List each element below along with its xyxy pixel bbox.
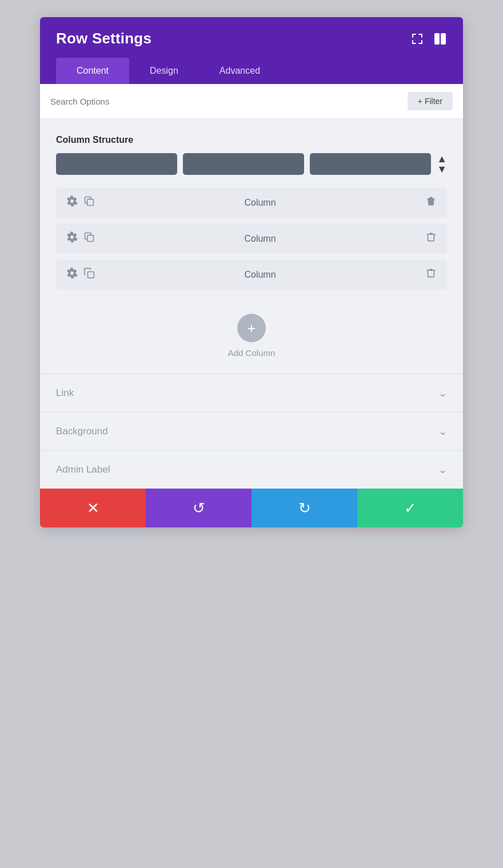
column-row-3-icons	[66, 267, 95, 282]
delete-icon-2[interactable]	[425, 231, 437, 246]
add-column-button[interactable]: +	[237, 314, 266, 342]
delete-icon-1[interactable]	[425, 195, 437, 210]
tab-content[interactable]: Content	[56, 58, 129, 84]
gear-svg-3	[66, 267, 78, 279]
link-label: Link	[56, 387, 74, 399]
gear-svg-1	[66, 195, 78, 207]
column-row-1-icons	[66, 195, 95, 210]
svg-rect-16	[87, 235, 94, 242]
link-section: Link ⌄	[40, 374, 463, 412]
add-column-wrapper: + Add Column	[56, 303, 447, 374]
admin-label-section: Admin Label ⌄	[40, 450, 463, 489]
cancel-button[interactable]: ✕	[40, 489, 146, 527]
column-row-2-label: Column	[103, 234, 417, 244]
panel-footer: ✕ ↺ ↻ ✓	[40, 489, 463, 527]
layout-icon-svg	[433, 32, 447, 46]
add-column-label: Add Column	[228, 348, 276, 358]
undo-icon: ↺	[193, 499, 205, 517]
accordion-sections: Link ⌄ Background ⌄ Admin Label ⌄	[40, 374, 463, 489]
trash-svg-1	[425, 195, 437, 207]
save-button[interactable]: ✓	[357, 489, 463, 527]
svg-rect-1	[412, 34, 413, 38]
column-row-3: Column	[56, 259, 447, 290]
svg-rect-5	[412, 40, 413, 44]
column-rows: Column	[56, 187, 447, 290]
column-structure-section: Column Structure ▲▼	[56, 135, 447, 374]
focus-mode-icon[interactable]	[410, 32, 424, 46]
tab-design[interactable]: Design	[129, 58, 199, 84]
background-label: Background	[56, 426, 108, 437]
background-chevron: ⌄	[438, 425, 447, 438]
column-structure-title: Column Structure	[56, 135, 447, 145]
svg-rect-9	[441, 33, 446, 45]
filter-button[interactable]: + Filter	[408, 92, 453, 110]
cancel-icon: ✕	[87, 499, 99, 517]
panel-header: Row Settings	[40, 17, 463, 84]
background-header[interactable]: Background ⌄	[40, 413, 463, 450]
trash-svg-2	[425, 231, 437, 243]
gear-svg-2	[66, 231, 78, 243]
copy-svg-1	[83, 195, 95, 207]
background-section: Background ⌄	[40, 412, 463, 450]
column-row-2-icons	[66, 231, 95, 246]
undo-button[interactable]: ↺	[146, 489, 251, 527]
redo-icon: ↻	[298, 499, 311, 517]
header-icons	[410, 32, 447, 46]
col-option-3[interactable]	[310, 153, 431, 175]
svg-rect-10	[87, 199, 94, 206]
copy-icon-3[interactable]	[83, 267, 95, 282]
settings-icon-2[interactable]	[66, 231, 78, 246]
svg-rect-17	[88, 272, 94, 278]
row-settings-panel: Row Settings	[40, 17, 463, 527]
save-icon: ✓	[404, 499, 417, 517]
col-arrows[interactable]: ▲▼	[437, 154, 447, 174]
search-input[interactable]	[50, 97, 408, 106]
copy-icon-1[interactable]	[83, 195, 95, 210]
panel-title: Row Settings	[56, 30, 151, 47]
tab-advanced[interactable]: Advanced	[199, 58, 281, 84]
col-option-1[interactable]	[56, 153, 177, 175]
tabs: Content Design Advanced	[56, 58, 447, 84]
svg-rect-7	[421, 40, 422, 44]
search-bar: + Filter	[40, 84, 463, 119]
redo-button[interactable]: ↻	[251, 489, 357, 527]
column-row-3-label: Column	[103, 270, 417, 280]
settings-icon-1[interactable]	[66, 195, 78, 210]
column-structure-selector: ▲▼	[56, 153, 447, 175]
admin-label-text: Admin Label	[56, 464, 110, 475]
layout-icon[interactable]	[433, 32, 447, 46]
link-chevron: ⌄	[438, 387, 447, 399]
copy-svg-3	[83, 267, 95, 279]
col-option-2[interactable]	[183, 153, 304, 175]
svg-rect-8	[434, 33, 440, 45]
column-row-1: Column	[56, 187, 447, 218]
copy-icon-2[interactable]	[83, 231, 95, 246]
settings-icon-3[interactable]	[66, 267, 78, 282]
column-row-1-label: Column	[103, 198, 417, 208]
admin-label-header[interactable]: Admin Label ⌄	[40, 451, 463, 489]
svg-rect-3	[421, 34, 422, 38]
column-row-2: Column	[56, 223, 447, 254]
admin-label-chevron: ⌄	[438, 463, 447, 476]
trash-svg-3	[425, 267, 437, 279]
link-header[interactable]: Link ⌄	[40, 374, 463, 412]
copy-svg-2	[83, 231, 95, 243]
delete-icon-3[interactable]	[425, 267, 437, 282]
panel-content: Column Structure ▲▼	[40, 119, 463, 374]
focus-icon-svg	[410, 32, 424, 46]
